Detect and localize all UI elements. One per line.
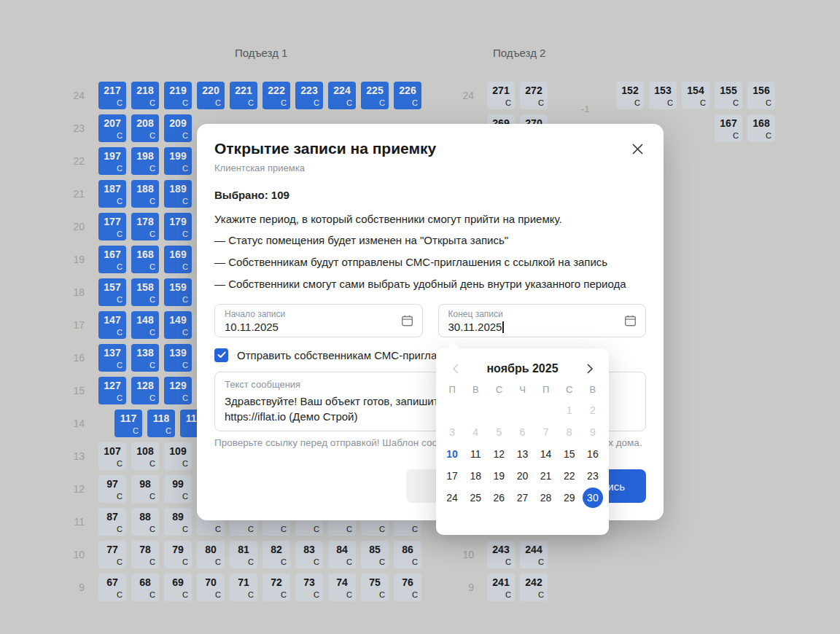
calendar-day-27[interactable]: 27 [510, 487, 534, 509]
unit-cell-137[interactable]: 137С [98, 344, 126, 372]
unit-cell-244[interactable]: 244С [520, 541, 548, 568]
unit-cell-241[interactable]: 241С [487, 574, 515, 601]
unit-cell-117[interactable]: 117С [114, 410, 142, 437]
unit-cell-158[interactable]: 158С [131, 278, 159, 306]
calendar-day-21[interactable]: 21 [534, 465, 558, 487]
calendar-day-13[interactable]: 13 [510, 443, 534, 465]
unit-cell-70[interactable]: 70С [197, 574, 225, 601]
close-button[interactable] [629, 141, 646, 159]
calendar-day-18[interactable]: 18 [464, 465, 487, 487]
unit-cell-167[interactable]: 167С [98, 246, 126, 273]
calendar-day-25[interactable]: 25 [464, 487, 487, 509]
unit-cell-86[interactable]: 86С [394, 541, 421, 568]
unit-cell-81[interactable]: 81С [230, 541, 257, 568]
unit-cell-179[interactable]: 179С [164, 213, 192, 240]
unit-cell-139[interactable]: 139С [164, 344, 192, 372]
unit-cell-208[interactable]: 208С [131, 114, 159, 142]
sms-checkbox[interactable] [214, 348, 228, 362]
calendar-day-20[interactable]: 20 [510, 465, 534, 487]
unit-cell-223[interactable]: 223С [295, 82, 323, 109]
calendar-day-23[interactable]: 23 [581, 465, 604, 487]
unit-cell-84[interactable]: 84С [328, 541, 356, 568]
calendar-day-12[interactable]: 12 [487, 443, 510, 465]
unit-cell-159[interactable]: 159С [164, 278, 192, 306]
unit-cell-107[interactable]: 107С [98, 442, 126, 470]
calendar-day-10[interactable]: 10 [440, 443, 464, 465]
calendar-day-11[interactable]: 11 [464, 443, 487, 465]
unit-cell-88[interactable]: 88С [131, 508, 159, 536]
unit-cell-153[interactable]: 153С [649, 82, 677, 109]
unit-cell-197[interactable]: 197С [98, 147, 126, 175]
unit-cell-272[interactable]: 272С [520, 82, 548, 109]
unit-cell-168[interactable]: 168С [131, 246, 159, 273]
unit-cell-177[interactable]: 177С [98, 213, 126, 240]
unit-cell-218[interactable]: 218С [131, 82, 159, 109]
start-date-field[interactable]: Начало записи 10.11.2025 [214, 304, 423, 337]
unit-cell-169[interactable]: 169С [164, 246, 192, 273]
unit-cell-221[interactable]: 221С [230, 82, 257, 109]
unit-cell-187[interactable]: 187С [98, 180, 126, 208]
calendar-day-22[interactable]: 22 [558, 465, 581, 487]
unit-cell-85[interactable]: 85С [361, 541, 389, 568]
sms-checkbox-label[interactable]: Отправить собственникам СМС-приглашения [237, 349, 470, 361]
unit-cell-68[interactable]: 68С [131, 574, 159, 601]
unit-cell-71[interactable]: 71С [230, 574, 257, 601]
unit-cell-89[interactable]: 89С [164, 508, 192, 536]
unit-cell-217[interactable]: 217С [98, 82, 126, 109]
unit-cell-189[interactable]: 189С [164, 180, 192, 208]
end-date-field[interactable]: Конец записи 30.11.2025 [438, 304, 647, 337]
calendar-day-26[interactable]: 26 [487, 487, 510, 509]
unit-cell-148[interactable]: 148С [131, 311, 159, 339]
calendar-icon[interactable] [401, 315, 413, 327]
unit-cell-75[interactable]: 75С [361, 574, 389, 601]
unit-cell-149[interactable]: 149С [164, 311, 192, 339]
unit-cell-242[interactable]: 242С [520, 574, 548, 601]
unit-cell-87[interactable]: 87С [98, 508, 126, 536]
unit-cell-79[interactable]: 79С [164, 541, 192, 568]
unit-cell-83[interactable]: 83С [295, 541, 323, 568]
unit-cell-138[interactable]: 138С [131, 344, 159, 372]
unit-cell-222[interactable]: 222С [262, 82, 290, 109]
unit-cell-152[interactable]: 152С [616, 82, 644, 109]
calendar-day-14[interactable]: 14 [534, 443, 558, 465]
unit-cell-219[interactable]: 219С [164, 82, 192, 109]
unit-cell-97[interactable]: 97С [98, 475, 126, 503]
unit-cell-220[interactable]: 220С [197, 82, 225, 109]
unit-cell-73[interactable]: 73С [295, 574, 323, 601]
unit-cell-271[interactable]: 271С [487, 82, 515, 109]
unit-cell-188[interactable]: 188С [131, 180, 159, 208]
calendar-day-16[interactable]: 16 [581, 443, 604, 465]
unit-cell-69[interactable]: 69С [164, 574, 192, 601]
unit-cell-99[interactable]: 99С [164, 475, 192, 503]
unit-cell-224[interactable]: 224С [328, 82, 356, 109]
unit-cell-198[interactable]: 198С [131, 147, 159, 175]
unit-cell-129[interactable]: 129С [164, 377, 192, 404]
unit-cell-147[interactable]: 147С [98, 311, 126, 339]
unit-cell-243[interactable]: 243С [487, 541, 515, 568]
unit-cell-225[interactable]: 225С [361, 82, 389, 109]
unit-cell-118[interactable]: 118С [147, 410, 175, 437]
unit-cell-72[interactable]: 72С [262, 574, 290, 601]
unit-cell-154[interactable]: 154С [682, 82, 709, 109]
unit-cell-157[interactable]: 157С [98, 278, 126, 306]
unit-cell-155[interactable]: 155С [715, 82, 742, 109]
unit-cell-80[interactable]: 80С [197, 541, 225, 568]
calendar-day-17[interactable]: 17 [440, 465, 464, 487]
unit-cell-209[interactable]: 209С [164, 114, 192, 142]
unit-cell-167[interactable]: 167С [715, 114, 742, 142]
unit-cell-168[interactable]: 168С [747, 114, 775, 142]
unit-cell-82[interactable]: 82С [262, 541, 290, 568]
unit-cell-156[interactable]: 156С [747, 82, 775, 109]
calendar-day-15[interactable]: 15 [558, 443, 581, 465]
calendar-day-24[interactable]: 24 [440, 487, 464, 509]
unit-cell-108[interactable]: 108С [131, 442, 159, 470]
unit-cell-199[interactable]: 199С [164, 147, 192, 175]
unit-cell-207[interactable]: 207С [98, 114, 126, 142]
unit-cell-109[interactable]: 109С [164, 442, 192, 470]
calendar-icon[interactable] [624, 315, 637, 327]
unit-cell-78[interactable]: 78С [131, 541, 159, 568]
calendar-day-19[interactable]: 19 [487, 465, 510, 487]
calendar-day-28[interactable]: 28 [534, 487, 558, 509]
calendar-day-30[interactable]: 30 [581, 487, 604, 509]
unit-cell-77[interactable]: 77С [98, 541, 126, 568]
